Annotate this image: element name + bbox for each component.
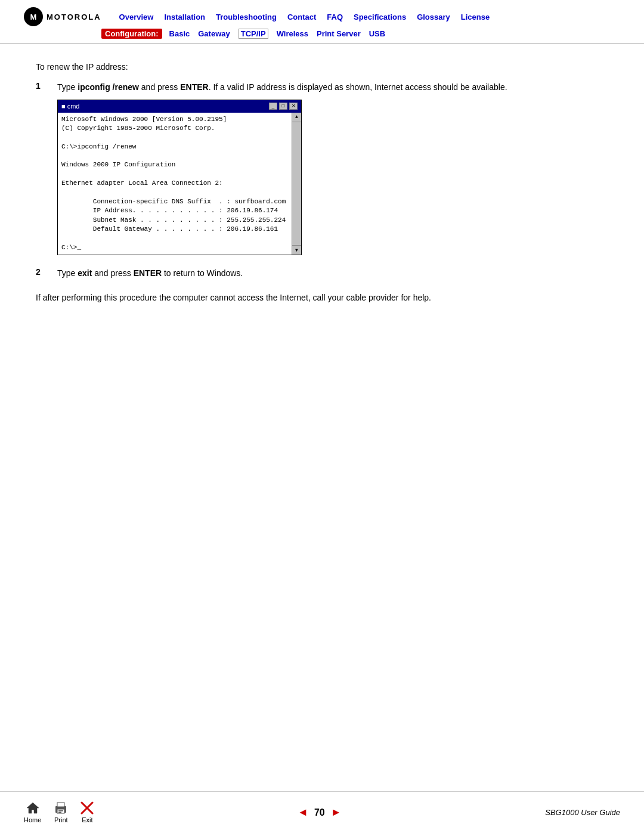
- config-basic[interactable]: Basic: [169, 29, 190, 38]
- nav-license[interactable]: License: [461, 13, 490, 21]
- intro-text: To renew the IP address:: [36, 62, 608, 72]
- motorola-wordmark: MOTOROLA: [47, 13, 101, 21]
- svg-text:M: M: [30, 13, 37, 21]
- footer-icons: Home Print Exit: [24, 801, 94, 823]
- cmd-text: Microsoft Windows 2000 [Version 5.00.219…: [61, 115, 298, 253]
- page-navigation: ◄ 70 ►: [298, 806, 341, 819]
- next-page-button[interactable]: ►: [331, 806, 342, 819]
- cmd-window: ■ cmd _ □ ✕ ▲ ▼ Microsoft Windows 2000 […: [57, 100, 302, 255]
- step-2-text-before: Type: [57, 268, 78, 278]
- home-icon: [26, 801, 40, 815]
- step-2-content: Type exit and press ENTER to return to W…: [57, 267, 608, 280]
- header: M MOTOROLA Overview Installation Trouble…: [0, 0, 644, 44]
- step-1-content: Type ipconfig /renew and press ENTER. If…: [57, 81, 608, 255]
- nav-overview[interactable]: Overview: [119, 13, 154, 21]
- nav-contact[interactable]: Contact: [287, 13, 316, 21]
- print-icon: [53, 801, 69, 815]
- exit-icon: [80, 801, 94, 815]
- config-usb[interactable]: USB: [369, 29, 385, 38]
- cmd-body: ▲ ▼ Microsoft Windows 2000 [Version 5.00…: [58, 113, 301, 255]
- main-content: To renew the IP address: 1 Type ipconfig…: [0, 44, 644, 322]
- config-tcpip[interactable]: TCP/IP: [239, 29, 268, 39]
- motorola-icon: M: [24, 7, 43, 26]
- cmd-minimize-button[interactable]: _: [269, 103, 277, 110]
- guide-title: SBG1000 User Guide: [545, 808, 620, 817]
- cmd-buttons: _ □ ✕: [269, 103, 298, 110]
- step-2-text-press: and press: [92, 268, 133, 278]
- cmd-scrollbar[interactable]: ▲ ▼: [292, 113, 301, 255]
- step-2: 2 Type exit and press ENTER to return to…: [36, 267, 608, 280]
- svg-marker-2: [27, 803, 39, 813]
- step-1-text-rest: . If a valid IP address is displayed as …: [209, 82, 507, 92]
- config-printserver[interactable]: Print Server: [317, 29, 361, 38]
- cmd-scroll-up[interactable]: ▲: [292, 113, 301, 122]
- exit-label: Exit: [82, 816, 92, 823]
- cmd-maximize-button[interactable]: □: [279, 103, 287, 110]
- step-1: 1 Type ipconfig /renew and press ENTER. …: [36, 81, 608, 255]
- step-1-command: ipconfig /renew: [78, 82, 139, 92]
- nav-specifications[interactable]: Specifications: [354, 13, 406, 21]
- nav-glossary[interactable]: Glossary: [417, 13, 450, 21]
- step-1-text-press: and press: [139, 82, 180, 92]
- cmd-titlebar: ■ cmd _ □ ✕: [58, 100, 301, 113]
- configuration-label: Configuration:: [101, 29, 162, 39]
- config-gateway[interactable]: Gateway: [198, 29, 230, 38]
- config-nav-row: Configuration: Basic Gateway TCP/IP Wire…: [24, 29, 620, 39]
- step-2-number: 2: [36, 267, 48, 277]
- step-2-text-rest: to return to Windows.: [162, 268, 243, 278]
- note-text: If after performing this procedure the c…: [36, 292, 608, 304]
- print-button[interactable]: Print: [53, 801, 69, 823]
- nav-troubleshooting[interactable]: Troubleshooting: [216, 13, 277, 21]
- cmd-title: ■ cmd: [61, 101, 79, 112]
- motorola-logo: M MOTOROLA: [24, 7, 101, 26]
- home-button[interactable]: Home: [24, 801, 41, 823]
- cmd-scroll-down[interactable]: ▼: [292, 245, 301, 255]
- nav-installation[interactable]: Installation: [164, 13, 205, 21]
- nav-faq[interactable]: FAQ: [327, 13, 343, 21]
- step-2-key: ENTER: [134, 268, 162, 278]
- config-nav: Basic Gateway TCP/IP Wireless Print Serv…: [169, 29, 386, 39]
- svg-rect-6: [58, 810, 63, 812]
- step-2-command: exit: [78, 268, 92, 278]
- step-1-number: 1: [36, 81, 48, 91]
- exit-button[interactable]: Exit: [80, 801, 94, 823]
- home-label: Home: [24, 816, 41, 823]
- footer: Home Print Exit ◄ 70 ► SBG1000 User G: [0, 791, 644, 833]
- svg-rect-4: [57, 803, 64, 807]
- config-wireless[interactable]: Wireless: [277, 29, 308, 38]
- svg-rect-7: [58, 812, 61, 813]
- print-label: Print: [54, 816, 68, 823]
- prev-page-button[interactable]: ◄: [298, 806, 308, 819]
- step-1-key: ENTER: [180, 82, 208, 92]
- page-number: 70: [314, 807, 325, 818]
- step-1-text-before: Type: [57, 82, 78, 92]
- cmd-close-button[interactable]: ✕: [289, 103, 298, 110]
- header-top: M MOTOROLA Overview Installation Trouble…: [24, 7, 620, 26]
- main-nav: Overview Installation Troubleshooting Co…: [119, 13, 490, 21]
